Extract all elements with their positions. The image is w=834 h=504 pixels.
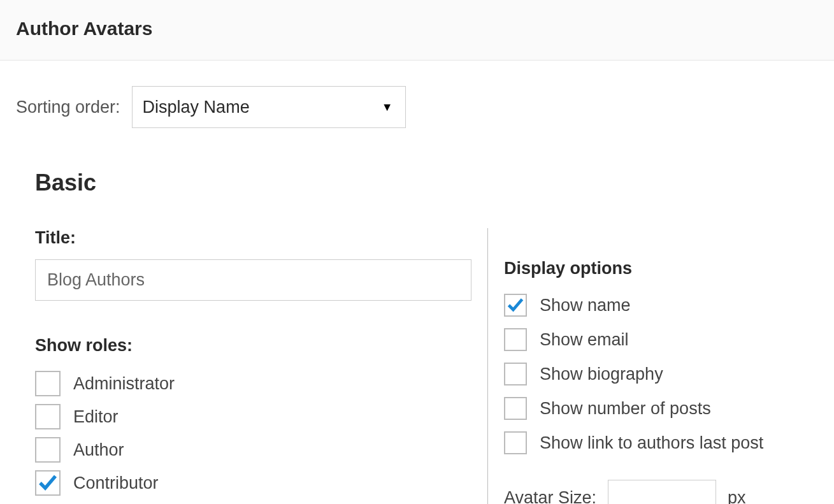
role-row-editor: Editor <box>35 404 475 429</box>
role-label-contributor[interactable]: Contributor <box>73 473 159 493</box>
role-row-contributor: Contributor <box>35 470 475 496</box>
columns: Title: Show roles: Administrator Editor <box>35 228 818 504</box>
avatar-size-unit: px <box>728 488 746 505</box>
show-roles-heading: Show roles: <box>35 336 475 356</box>
role-checkbox-editor[interactable] <box>35 404 61 429</box>
sorting-order-row: Sorting order: Display Name ▼ <box>16 86 818 128</box>
widget-title: Author Avatars <box>16 18 818 40</box>
display-checkbox-show-biography[interactable] <box>504 363 527 385</box>
role-checkbox-administrator[interactable] <box>35 371 61 396</box>
display-options-list: Show name Show email Show biography <box>504 294 818 454</box>
widget-content: Sorting order: Display Name ▼ Basic Titl… <box>0 61 834 504</box>
role-label-author[interactable]: Author <box>73 440 124 460</box>
widget-header: Author Avatars <box>0 0 834 61</box>
checkmark-icon <box>38 473 58 493</box>
display-row-show-biography: Show biography <box>504 363 818 385</box>
display-row-show-name: Show name <box>504 294 818 317</box>
display-checkbox-show-email[interactable] <box>504 328 527 351</box>
role-row-administrator: Administrator <box>35 371 475 396</box>
avatar-size-input[interactable] <box>608 480 716 504</box>
sorting-order-select-wrap: Display Name ▼ <box>132 86 406 128</box>
roles-list: Administrator Editor Author <box>35 371 475 496</box>
display-label-show-biography[interactable]: Show biography <box>540 364 663 384</box>
avatar-size-row: Avatar Size: px <box>504 480 818 504</box>
sorting-order-select[interactable]: Display Name <box>132 86 406 128</box>
display-options-heading: Display options <box>504 259 818 278</box>
display-checkbox-show-name[interactable] <box>504 294 527 317</box>
display-label-show-email[interactable]: Show email <box>540 330 629 350</box>
column-left: Title: Show roles: Administrator Editor <box>35 228 487 504</box>
display-row-show-email: Show email <box>504 328 818 351</box>
avatar-size-label: Avatar Size: <box>504 488 596 505</box>
display-row-show-link-last-post: Show link to authors last post <box>504 431 818 454</box>
role-label-administrator[interactable]: Administrator <box>73 374 175 394</box>
section-heading-basic: Basic <box>35 169 818 196</box>
checkmark-icon <box>507 296 524 314</box>
display-label-show-link-last-post[interactable]: Show link to authors last post <box>540 433 763 453</box>
display-checkbox-show-link-last-post[interactable] <box>504 431 527 454</box>
column-right: Display options Show name Show email <box>504 228 818 504</box>
column-divider <box>487 228 488 504</box>
display-label-show-posts[interactable]: Show number of posts <box>540 399 711 419</box>
role-row-author: Author <box>35 437 475 463</box>
role-checkbox-contributor[interactable] <box>35 470 61 496</box>
display-checkbox-show-posts[interactable] <box>504 397 527 420</box>
title-field-label: Title: <box>35 228 475 248</box>
display-label-show-name[interactable]: Show name <box>540 296 631 315</box>
sorting-order-label: Sorting order: <box>16 97 120 117</box>
title-input[interactable] <box>35 259 471 301</box>
role-label-editor[interactable]: Editor <box>73 407 119 427</box>
role-checkbox-author[interactable] <box>35 437 61 463</box>
display-row-show-posts: Show number of posts <box>504 397 818 420</box>
